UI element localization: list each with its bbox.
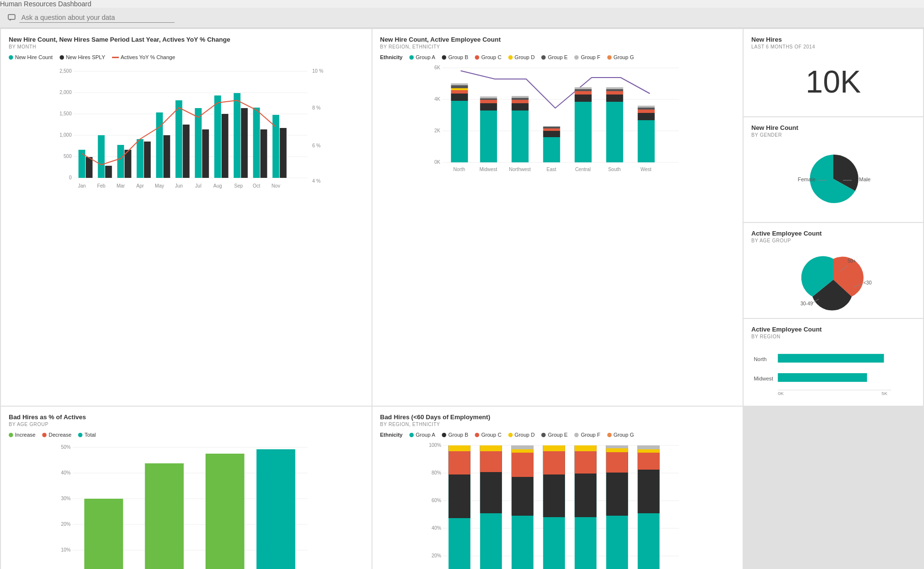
svg-rect-88 xyxy=(637,120,654,162)
ask-input[interactable] xyxy=(19,13,175,23)
svg-rect-179 xyxy=(637,445,659,449)
donut-chart: 50+ <30 30-49 xyxy=(780,248,887,311)
svg-text:Apr: Apr xyxy=(136,183,144,189)
svg-rect-38 xyxy=(280,128,287,178)
svg-rect-79 xyxy=(574,95,591,102)
legend-item: Group G xyxy=(607,54,634,60)
top-bar: Human Resources Dashboard xyxy=(0,0,924,8)
svg-rect-30 xyxy=(202,129,209,178)
svg-rect-34 xyxy=(241,108,248,178)
svg-text:100%: 100% xyxy=(429,443,441,448)
increase-dot xyxy=(9,433,13,437)
legend-item: Group B xyxy=(442,54,468,60)
svg-text:20%: 20% xyxy=(61,522,71,527)
age-chart: 50+ <30 30-49 xyxy=(751,248,915,311)
bar-line-chart: 2,500 2,000 1,500 1,000 500 0 10 % 8 % 6… xyxy=(9,64,364,200)
svg-text:0K: 0K xyxy=(778,391,784,396)
svg-text:20%: 20% xyxy=(431,553,441,558)
card-title: Active Employee Count xyxy=(751,326,915,333)
svg-rect-21 xyxy=(117,145,124,178)
legend-item: Group E xyxy=(541,432,567,438)
svg-rect-0 xyxy=(8,15,15,19)
legend-label: Group B xyxy=(448,54,468,60)
svg-rect-71 xyxy=(511,100,528,103)
svg-rect-92 xyxy=(637,106,654,108)
svg-text:Jul: Jul xyxy=(195,183,201,189)
legend: New Hire Count New Hires SPLY Actives Yo… xyxy=(9,54,364,60)
svg-text:50+: 50+ xyxy=(848,258,856,264)
card-subtitle: BY MONTH xyxy=(9,44,364,49)
svg-text:Nov: Nov xyxy=(272,183,280,189)
right-column: New Hires LAST 6 MONTHS OF 2014 10K New … xyxy=(744,29,923,406)
svg-rect-29 xyxy=(195,108,202,178)
legend-label: Group E xyxy=(548,54,567,60)
card-title: New Hire Count, Active Employee Count xyxy=(380,36,735,43)
decrease-dot xyxy=(42,433,47,437)
gender-chart: Female Male xyxy=(751,142,915,215)
svg-rect-65 xyxy=(480,103,497,111)
svg-text:North: North xyxy=(453,167,465,172)
svg-text:Northwest: Northwest xyxy=(509,167,531,172)
svg-rect-87 xyxy=(606,87,623,89)
legend-item: Group A xyxy=(409,54,435,60)
card-subtitle: LAST 6 MONTHS OF 2014 xyxy=(751,44,915,49)
svg-rect-26 xyxy=(163,135,170,178)
legend-item: Group C xyxy=(475,432,502,438)
ask-bar[interactable] xyxy=(0,8,924,28)
svg-text:West: West xyxy=(640,167,651,172)
stacked-bar-chart: 6K 4K 2K 0K xyxy=(380,62,735,207)
svg-text:South: South xyxy=(608,167,620,172)
red-line xyxy=(112,57,119,58)
groupB-dot xyxy=(442,55,446,60)
svg-text:0K: 0K xyxy=(434,159,440,165)
svg-rect-91 xyxy=(637,108,654,110)
svg-text:500: 500 xyxy=(64,154,72,159)
legend-label: Group D xyxy=(515,54,535,60)
svg-text:0: 0 xyxy=(69,175,72,180)
svg-rect-63 xyxy=(451,83,468,85)
new-hire-gender-card: New Hire Count BY GENDER Female Male xyxy=(744,117,923,222)
svg-rect-90 xyxy=(637,110,654,113)
svg-text:Midwest: Midwest xyxy=(754,376,773,381)
svg-rect-165 xyxy=(543,445,565,451)
svg-text:Female: Female xyxy=(798,176,816,182)
ethnicity-legend: Ethnicity Group A Group B Group C Group … xyxy=(380,54,735,60)
svg-rect-89 xyxy=(637,113,654,120)
svg-text:50%: 50% xyxy=(61,444,71,450)
legend-label: New Hire Count xyxy=(15,54,53,60)
svg-rect-58 xyxy=(451,101,468,162)
svg-text:6K: 6K xyxy=(434,65,440,70)
bad-hires-60-card: Bad Hires (<60 Days of Employment) BY RE… xyxy=(373,407,743,569)
svg-rect-169 xyxy=(574,445,596,451)
svg-rect-18 xyxy=(86,157,93,178)
svg-rect-23 xyxy=(137,139,144,178)
legend-item: Group A xyxy=(409,432,435,438)
pie-chart: Female Male xyxy=(780,147,887,210)
svg-rect-72 xyxy=(511,98,528,100)
groupD-dot xyxy=(508,55,513,60)
legend-label: Group C xyxy=(481,54,502,60)
legend-item: Group F xyxy=(574,432,600,438)
legend-item: Group D xyxy=(508,432,535,438)
svg-rect-73 xyxy=(511,96,528,98)
ethnicity-label2: Ethnicity xyxy=(380,432,403,438)
svg-rect-20 xyxy=(105,166,112,178)
svg-rect-129 xyxy=(84,499,123,569)
new-hire-count-card: New Hire Count, New Hires Same Period La… xyxy=(1,29,372,406)
legend-item-increase: Increase xyxy=(9,432,35,438)
new-hire-region-card: New Hire Count, Active Employee Count BY… xyxy=(373,29,743,406)
svg-rect-31 xyxy=(214,95,221,178)
groupF-dot xyxy=(574,55,579,60)
svg-text:10 %: 10 % xyxy=(312,68,324,74)
dashboard: New Hire Count, New Hires Same Period La… xyxy=(0,28,924,569)
legend-item: New Hires SPLY xyxy=(60,54,105,60)
legend: Increase Decrease Total xyxy=(9,432,364,438)
total-dot xyxy=(78,433,82,437)
svg-text:30-49: 30-49 xyxy=(800,301,813,306)
legend-item: Group D xyxy=(508,54,535,60)
svg-rect-35 xyxy=(253,108,260,178)
legend-label: Group G xyxy=(614,54,634,60)
svg-text:80%: 80% xyxy=(431,470,441,475)
svg-rect-84 xyxy=(606,95,623,102)
svg-rect-60 xyxy=(451,90,468,94)
